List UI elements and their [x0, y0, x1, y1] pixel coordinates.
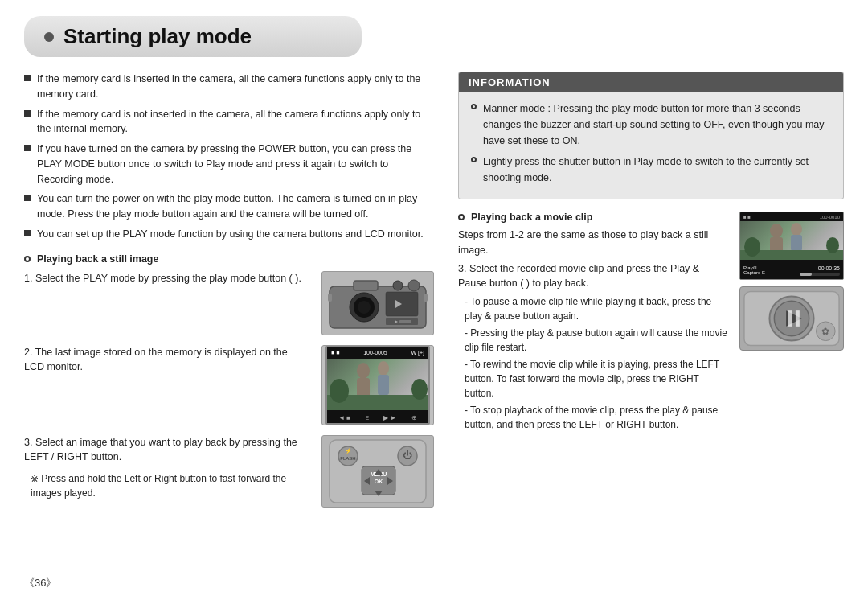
title-bullet — [44, 32, 54, 42]
svg-point-4 — [358, 301, 371, 314]
movie-intro: Steps from 1-2 are the same as those to … — [458, 228, 730, 258]
movie-sub-1: - To pause a movie clip file while playi… — [458, 294, 730, 323]
bullet-sq-icon — [24, 145, 31, 151]
movie-sub-2: - Pressing the play & pause button again… — [458, 326, 730, 355]
info-text-1: Manner mode : Pressing the play mode but… — [483, 101, 831, 149]
page-title: Starting play mode — [63, 24, 252, 49]
svg-text:⚡: ⚡ — [345, 447, 352, 454]
bullet-sq-icon — [24, 75, 31, 81]
nav-button-svg: ⚡ FLASH MENU OK — [326, 436, 430, 507]
svg-text:⏻: ⏻ — [403, 450, 412, 461]
bullet-4: You can turn the power on with the play … — [24, 191, 434, 222]
bullet-5: You can set up the PLAY mode function by… — [24, 227, 434, 242]
svg-rect-9 — [328, 294, 332, 302]
svg-rect-45 — [788, 310, 792, 327]
still-step2: 2. The last image stored on the memory i… — [24, 345, 309, 376]
left-column: If the memory card is inserted in the ca… — [24, 72, 434, 588]
movie-title-text: Playing back a movie clip — [471, 212, 592, 223]
button-panel-image: ⚡ FLASH MENU OK — [321, 435, 434, 508]
svg-point-7 — [393, 281, 403, 290]
movie-text-column: Playing back a movie clip Steps from 1-2… — [458, 212, 730, 434]
svg-text:✿: ✿ — [821, 326, 829, 337]
info-circle-icon-2 — [471, 157, 477, 162]
still-image-section: Playing back a still image 1. Select the… — [24, 253, 434, 508]
bullet-sq-icon — [24, 195, 31, 201]
still-step3: 3. Select an image that you want to play… — [24, 435, 309, 466]
movie-step3: 3. Select the recorded movie clip and pr… — [458, 261, 730, 292]
intro-bullets: If the memory card is inserted in the ca… — [24, 72, 434, 242]
info-item-1: Manner mode : Pressing the play mode but… — [471, 101, 831, 149]
information-box: INFORMATION Manner mode : Pressing the p… — [458, 72, 844, 199]
movie-lcd-label: 100-0010 — [820, 215, 840, 220]
still-title-text: Playing back a still image — [37, 253, 158, 265]
bullet-text-2: If the memory card is not inserted in th… — [37, 107, 434, 138]
svg-rect-13 — [399, 320, 411, 323]
lcd-image-1: ■ ■ 100-0005 W [+] — [321, 345, 434, 425]
svg-text:OK: OK — [375, 479, 383, 484]
still-step1: 1. Select the PLAY mode by pressing the … — [24, 271, 309, 286]
svg-point-20 — [411, 379, 428, 400]
bullet-3: If you have turned on the camera by pres… — [24, 142, 434, 187]
movie-lcd-image: ■ ■ 100-0010 — [739, 212, 844, 280]
page: Starting play mode If the memory card is… — [0, 0, 868, 600]
movie-circle-bullet — [458, 214, 465, 220]
svg-point-14 — [357, 363, 370, 379]
circle-bullet-icon — [24, 256, 31, 262]
movie-bar-capture: Capture E — [743, 270, 765, 275]
bullet-text-3: If you have turned on the camera by pres… — [37, 142, 434, 187]
svg-rect-17 — [378, 375, 389, 395]
svg-point-16 — [378, 361, 389, 376]
info-circle-icon-1 — [471, 104, 477, 109]
svg-point-40 — [826, 237, 839, 253]
page-number: 《36》 — [24, 576, 56, 590]
movie-button-panel: ✿ — [739, 286, 844, 351]
movie-title-row: Playing back a movie clip — [458, 212, 730, 223]
content-area: If the memory card is inserted in the ca… — [24, 72, 844, 588]
svg-rect-1 — [354, 281, 378, 290]
camera-image-1 — [321, 271, 434, 335]
svg-rect-10 — [424, 294, 428, 302]
info-item-2: Lightly press the shutter button in Play… — [471, 154, 831, 186]
bullet-sq-icon — [24, 230, 31, 236]
bullet-text-1: If the memory card is inserted in the ca… — [37, 72, 434, 102]
movie-sub-3: - To rewind the movie clip while it is p… — [458, 357, 730, 401]
bullet-text-4: You can turn the power on with the play … — [37, 191, 434, 222]
svg-point-36 — [791, 223, 802, 236]
bullet-2: If the memory card is not inserted in th… — [24, 107, 434, 138]
movie-section: Playing back a movie clip Steps from 1-2… — [458, 212, 844, 434]
svg-text:FLASH: FLASH — [340, 456, 355, 461]
svg-point-19 — [330, 379, 349, 403]
movie-images: ■ ■ 100-0010 — [739, 212, 844, 351]
bullet-text-5: You can set up the PLAY mode function by… — [37, 227, 434, 242]
bullet-sq-icon — [24, 110, 31, 117]
title-bar: Starting play mode — [24, 16, 362, 57]
svg-rect-37 — [791, 235, 802, 251]
svg-point-34 — [770, 224, 783, 238]
svg-rect-46 — [796, 310, 800, 327]
movie-timer: 00:00:35 — [818, 265, 840, 271]
camera-svg-1 — [326, 274, 430, 332]
information-header: INFORMATION — [459, 72, 843, 92]
still-note: ※ Press and hold the Left or Right butto… — [24, 471, 309, 500]
information-content: Manner mode : Pressing the play mode but… — [459, 92, 843, 199]
info-text-2: Lightly press the shutter button in Play… — [483, 154, 831, 186]
bullet-1: If the memory card is inserted in the ca… — [24, 72, 434, 102]
movie-btn-svg: ✿ — [740, 287, 843, 350]
still-title-row: Playing back a still image — [24, 253, 434, 265]
svg-point-39 — [744, 237, 760, 257]
movie-sub-4: - To stop playback of the movie clip, pr… — [458, 403, 730, 432]
svg-point-8 — [408, 280, 420, 291]
right-column: INFORMATION Manner mode : Pressing the p… — [458, 72, 844, 588]
